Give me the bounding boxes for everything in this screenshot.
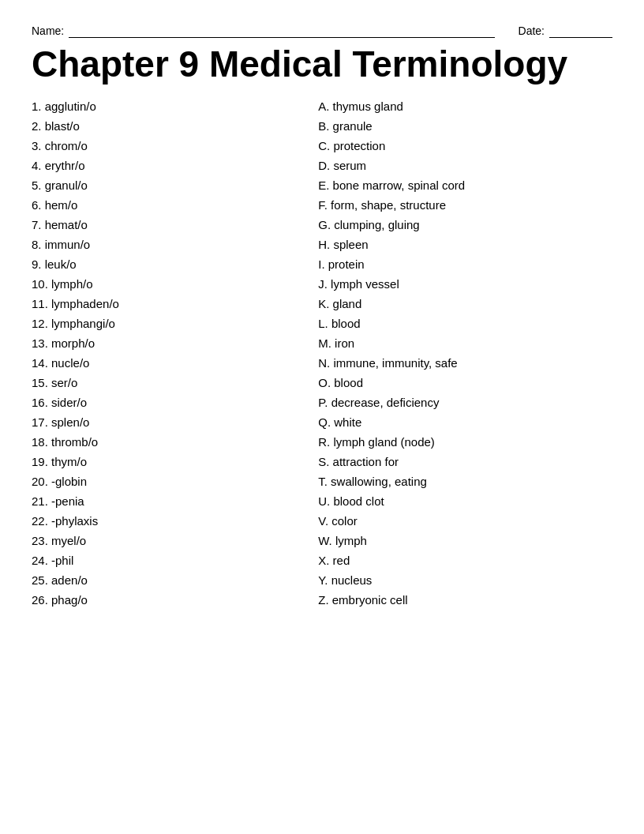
term-item: 4. erythr/o xyxy=(32,160,302,171)
date-label: Date: xyxy=(519,24,545,37)
term-item: 2. blast/o xyxy=(32,120,302,132)
term-item: 11. lymphaden/o xyxy=(32,298,302,310)
page-title: Chapter 9 Medical Terminology xyxy=(32,44,612,85)
definition-item: J. lymph vessel xyxy=(318,278,612,290)
name-label: Name: xyxy=(32,24,64,37)
term-item: 25. aden/o xyxy=(32,574,302,586)
definition-item: R. lymph gland (node) xyxy=(318,436,612,448)
term-item: 7. hemat/o xyxy=(32,219,302,231)
definition-item: Q. white xyxy=(318,416,612,428)
definition-item: A. thymus gland xyxy=(318,100,612,112)
term-item: 17. splen/o xyxy=(32,416,302,428)
definition-item: D. serum xyxy=(318,160,612,171)
term-item: 24. -phil xyxy=(32,554,302,566)
term-item: 18. thromb/o xyxy=(32,436,302,448)
definition-item: P. decrease, deficiency xyxy=(318,396,612,408)
term-item: 21. -penia xyxy=(32,495,302,507)
term-item: 1. agglutin/o xyxy=(32,100,302,112)
definition-item: T. swallowing, eating xyxy=(318,475,612,487)
name-input-line xyxy=(69,24,495,38)
definition-item: B. granule xyxy=(318,120,612,132)
right-column: A. thymus glandB. granuleC. protectionD.… xyxy=(310,100,612,614)
term-item: 8. immun/o xyxy=(32,239,302,250)
definition-item: F. form, shape, structure xyxy=(318,199,612,211)
date-input-line xyxy=(549,24,612,38)
definition-item: E. bone marrow, spinal cord xyxy=(318,179,612,191)
term-item: 22. -phylaxis xyxy=(32,515,302,527)
term-item: 5. granul/o xyxy=(32,179,302,191)
term-item: 12. lymphangi/o xyxy=(32,317,302,329)
definition-item: U. blood clot xyxy=(318,495,612,507)
term-item: 15. ser/o xyxy=(32,377,302,389)
term-item: 6. hem/o xyxy=(32,199,302,211)
definition-item: C. protection xyxy=(318,140,612,152)
term-item: 20. -globin xyxy=(32,475,302,487)
definition-item: M. iron xyxy=(318,337,612,349)
term-item: 26. phag/o xyxy=(32,594,302,606)
term-item: 16. sider/o xyxy=(32,396,302,408)
term-item: 10. lymph/o xyxy=(32,278,302,290)
content-columns: 1. agglutin/o2. blast/o3. chrom/o4. eryt… xyxy=(32,100,612,614)
term-item: 13. morph/o xyxy=(32,337,302,349)
definition-item: S. attraction for xyxy=(318,456,612,468)
definition-item: H. spleen xyxy=(318,239,612,250)
definition-item: N. immune, immunity, safe xyxy=(318,357,612,369)
term-item: 9. leuk/o xyxy=(32,258,302,270)
definition-item: K. gland xyxy=(318,298,612,310)
definition-item: O. blood xyxy=(318,377,612,389)
definition-item: I. protein xyxy=(318,258,612,270)
definition-item: X. red xyxy=(318,554,612,566)
term-item: 3. chrom/o xyxy=(32,140,302,152)
term-item: 14. nucle/o xyxy=(32,357,302,369)
left-column: 1. agglutin/o2. blast/o3. chrom/o4. eryt… xyxy=(32,100,310,614)
term-item: 19. thym/o xyxy=(32,456,302,468)
term-item: 23. myel/o xyxy=(32,535,302,547)
definition-item: G. clumping, gluing xyxy=(318,219,612,231)
definition-item: W. lymph xyxy=(318,535,612,547)
definition-item: V. color xyxy=(318,515,612,527)
definition-item: L. blood xyxy=(318,317,612,329)
definition-item: Z. embryonic cell xyxy=(318,594,612,606)
definition-item: Y. nucleus xyxy=(318,574,612,586)
